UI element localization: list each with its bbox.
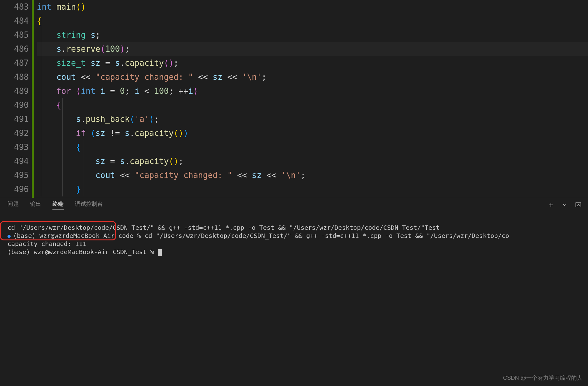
terminal-line: (base) wzr@wzrdeMacBook-Air code % cd "/…: [13, 232, 509, 239]
line-number: 496: [0, 182, 29, 196]
terminal-output[interactable]: cd "/Users/wzr/Desktop/code/CSDN_Test/" …: [0, 212, 588, 272]
watermark: CSDN @一个努力学习编程的人: [503, 374, 582, 382]
line-number: 490: [0, 98, 29, 112]
line-number: 484: [0, 14, 29, 28]
code-line: {: [37, 140, 81, 154]
code-line: for (int i = 0; i < 100; ++i): [37, 84, 198, 98]
code-line: s.push_back('a');: [37, 112, 159, 126]
code-line: {: [37, 98, 61, 112]
code-line: cout << "capacity changed: " << sz << '\…: [37, 70, 267, 84]
maximize-panel-icon[interactable]: [575, 201, 582, 208]
code-line: cout << "capacity changed: " << sz << '\…: [37, 168, 306, 182]
line-number: 492: [0, 126, 29, 140]
line-number: 486: [0, 42, 29, 56]
code-line: }: [37, 182, 81, 196]
code-line: {: [37, 14, 42, 28]
tab-terminal[interactable]: 终端: [52, 200, 64, 210]
modification-bar: [32, 0, 34, 198]
code-line: sz = s.capacity();: [37, 154, 184, 168]
tab-problems[interactable]: 问题: [7, 200, 19, 210]
bottom-panel: 问题 输出 终端 调试控制台 cd "/Users/wzr/Desktop/co…: [0, 198, 588, 386]
gutter: 483 484 485 486 487 488 489 490 491 492 …: [0, 0, 32, 198]
line-number: 494: [0, 154, 29, 168]
line-number: 488: [0, 70, 29, 84]
code-editor[interactable]: 483 484 485 486 487 488 489 490 491 492 …: [0, 0, 588, 198]
terminal-line: (base) wzr@wzrdeMacBook-Air CSDN_Test %: [7, 248, 158, 256]
line-number: 495: [0, 168, 29, 182]
line-number: 489: [0, 84, 29, 98]
code-line: int main(): [37, 0, 86, 14]
panel-tabs: 问题 输出 终端 调试控制台: [0, 198, 588, 212]
code-line: string s;: [37, 28, 100, 42]
status-bullet-icon: [7, 235, 11, 238]
chevron-down-icon[interactable]: [561, 201, 568, 208]
svg-rect-2: [576, 203, 581, 207]
line-number: 493: [0, 140, 29, 154]
terminal-line: capacity changed: 111: [7, 240, 86, 248]
tab-debug-console[interactable]: 调试控制台: [75, 200, 103, 210]
line-number: 491: [0, 112, 29, 126]
code-line: size_t sz = s.capacity();: [37, 56, 179, 70]
line-number: 483: [0, 0, 29, 14]
code-line: if (sz != s.capacity()): [37, 126, 188, 140]
new-terminal-icon[interactable]: [547, 201, 554, 208]
tab-output[interactable]: 输出: [30, 200, 41, 210]
line-number: 487: [0, 56, 29, 70]
line-number: 485: [0, 28, 29, 42]
terminal-line: cd "/Users/wzr/Desktop/code/CSDN_Test/" …: [7, 224, 440, 231]
code-line: s.reserve(100);: [37, 42, 130, 56]
terminal-cursor: [158, 249, 162, 256]
